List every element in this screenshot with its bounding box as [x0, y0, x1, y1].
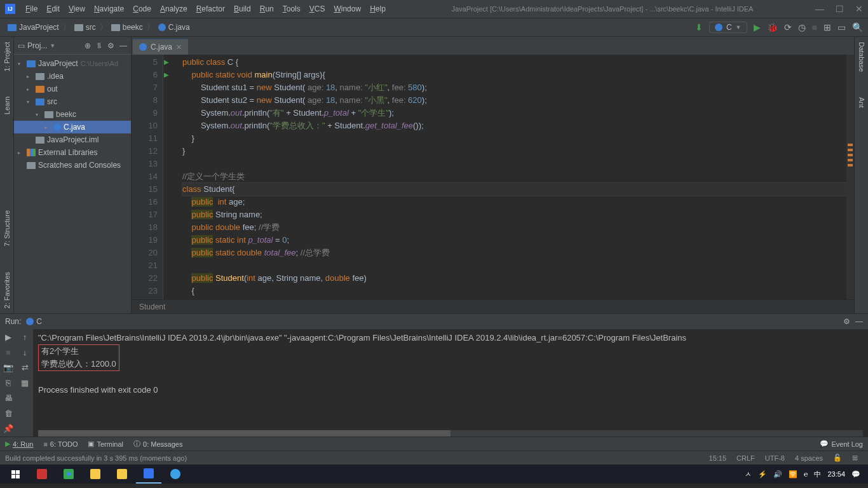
horizontal-scrollbar[interactable] — [38, 430, 863, 437]
project-pane-title[interactable]: ▭ Proj... ▼ — [18, 41, 79, 50]
tree-item[interactable]: JavaProject.iml — [14, 133, 131, 146]
menu-edit[interactable]: Edit — [43, 3, 64, 15]
error-stripe[interactable] — [846, 55, 854, 299]
close-button[interactable]: ✕ — [855, 4, 863, 14]
task-icon[interactable] — [29, 464, 55, 484]
tool-tab-learn[interactable]: Learn — [3, 97, 11, 114]
project-tree[interactable]: ▾JavaProject C:\Users\Ad▸.idea▸out▾src▾b… — [14, 55, 131, 174]
tool-tab-favorites[interactable]: 2: Favorites — [3, 272, 11, 308]
menu-window[interactable]: Window — [330, 3, 365, 15]
tree-item[interactable]: ▾beekc — [14, 108, 131, 121]
start-button[interactable] — [3, 464, 28, 484]
hide-button[interactable]: — — [855, 317, 863, 326]
hide-button[interactable]: — — [119, 41, 127, 50]
editor-tab[interactable]: C.java ✕ — [133, 38, 188, 55]
menu-tools[interactable]: Tools — [279, 3, 304, 15]
indent-info[interactable]: 4 spaces — [790, 454, 828, 462]
tree-item[interactable]: ▸out — [14, 83, 131, 95]
dump-button[interactable]: 📷 — [0, 360, 17, 375]
tray-power-icon[interactable]: ⚡ — [758, 470, 767, 478]
expand-all-icon[interactable]: ⥮ — [96, 41, 102, 50]
editor-gutter[interactable]: 5▶6▶7891011121314151617181920212223 — [132, 55, 163, 299]
tool-tab-structure[interactable]: 7: Structure — [3, 210, 11, 247]
structure-button[interactable]: ▭ — [837, 22, 846, 32]
tray-clock[interactable]: 23:54 — [827, 470, 845, 478]
scroll-from-source-icon[interactable]: ⊕ — [85, 41, 91, 50]
menu-run[interactable]: Run — [256, 3, 278, 15]
memory-indicator[interactable]: ⊞ — [847, 454, 863, 462]
menu-analyze[interactable]: Analyze — [156, 3, 191, 15]
stop-run-button[interactable]: ■ — [0, 344, 17, 360]
pin-button[interactable]: 📌 — [0, 421, 17, 436]
file-encoding[interactable]: UTF-8 — [760, 454, 790, 462]
debug-button[interactable]: 🐞 — [767, 22, 778, 32]
menu-view[interactable]: View — [65, 3, 89, 15]
profile-button[interactable]: ◷ — [798, 22, 806, 32]
breadcrumb-item[interactable]: JavaProject — [5, 23, 62, 32]
caret-position[interactable]: 15:15 — [704, 454, 732, 462]
tool-tab-ant[interactable]: Ant — [858, 97, 865, 108]
coverage-button[interactable]: ⟳ — [784, 22, 792, 32]
task-chrome[interactable] — [56, 464, 81, 484]
layout-button[interactable]: ▦ — [17, 375, 33, 390]
tray-ime[interactable]: 中 — [814, 470, 821, 479]
tree-item[interactable]: Scratches and Consoles — [14, 159, 131, 172]
tray-network-icon[interactable]: 🛜 — [789, 470, 797, 478]
maximize-button[interactable]: ☐ — [836, 4, 844, 14]
step-up-icon[interactable]: ↑ — [17, 329, 33, 344]
tab-run[interactable]: ▶ 4: Run — [5, 440, 33, 448]
wrap-toggle[interactable]: ⇄ — [17, 360, 33, 375]
search-everywhere-button[interactable]: 🔍 — [852, 22, 863, 32]
breadcrumb-item[interactable]: beekc — [109, 23, 146, 32]
menu-build[interactable]: Build — [230, 3, 255, 15]
tree-item[interactable]: ▾src — [14, 95, 131, 108]
tab-terminal[interactable]: ▣ Terminal — [88, 440, 123, 448]
run-console[interactable]: "C:\Program Files\JetBrains\IntelliJ IDE… — [33, 329, 868, 437]
build-button[interactable]: ⬇ — [695, 22, 703, 32]
system-tray[interactable]: ㅅ ⚡ 🔊 🛜 ℮ 中 23:54 💬 — [745, 470, 865, 479]
tab-eventlog[interactable]: 💬 Event Log — [820, 440, 863, 448]
menu-file[interactable]: File — [22, 3, 41, 15]
tool-tab-project[interactable]: 1: Project — [3, 42, 11, 71]
gear-icon[interactable]: ⚙ — [843, 317, 850, 326]
editor-body[interactable]: 5▶6▶7891011121314151617181920212223 publ… — [132, 55, 854, 299]
tray-volume-icon[interactable]: 🔊 — [773, 470, 782, 478]
tray-notifications-icon[interactable]: 💬 — [851, 470, 860, 478]
line-separator[interactable]: CRLF — [731, 454, 760, 462]
breadcrumb-item[interactable]: C.java — [156, 23, 193, 32]
editor-breadcrumb[interactable]: Student — [132, 299, 854, 313]
update-button[interactable]: ⊞ — [824, 22, 831, 32]
stop-button[interactable]: ■ — [812, 22, 817, 32]
step-down-icon[interactable]: ↓ — [17, 344, 33, 360]
rerun-button[interactable]: ▶ — [0, 329, 17, 344]
breadcrumb-item[interactable]: src — [72, 23, 98, 32]
editor-code[interactable]: public class C { public static void main… — [163, 55, 846, 299]
close-tab-icon[interactable]: ✕ — [176, 43, 182, 51]
tree-item[interactable]: ▾JavaProject C:\Users\Ad — [14, 57, 131, 70]
tray-app-icon[interactable]: ℮ — [804, 470, 808, 478]
gear-icon[interactable]: ⚙ — [107, 41, 114, 50]
tree-item[interactable]: ▸C.java — [14, 121, 131, 133]
task-explorer[interactable] — [83, 464, 108, 484]
trash-button[interactable]: 🗑 — [0, 405, 17, 421]
menu-help[interactable]: Help — [366, 3, 390, 15]
print-button[interactable]: 🖶 — [0, 390, 17, 405]
run-button[interactable]: ▶ — [754, 22, 761, 32]
tray-chevron-icon[interactable]: ㅅ — [745, 470, 752, 479]
task-explorer2[interactable] — [109, 464, 135, 484]
minimize-button[interactable]: — — [815, 4, 824, 14]
tree-item[interactable]: ▸.idea — [14, 70, 131, 83]
lock-icon[interactable]: 🔓 — [828, 454, 847, 462]
menu-code[interactable]: Code — [129, 3, 155, 15]
tab-messages[interactable]: ⓘ 0: Messages — [133, 439, 182, 449]
task-app[interactable] — [163, 464, 188, 484]
run-pane-config[interactable]: C — [26, 317, 42, 326]
tab-todo[interactable]: ≡ 6: TODO — [43, 440, 78, 448]
run-config-selector[interactable]: C ▼ — [709, 22, 747, 33]
tree-item[interactable]: ▸External Libraries — [14, 146, 131, 159]
menu-refactor[interactable]: Refactor — [193, 3, 229, 15]
task-intellij[interactable] — [136, 464, 161, 484]
tool-tab-database[interactable]: Database — [858, 42, 865, 72]
menu-vcs[interactable]: VCS — [306, 3, 329, 15]
menu-navigate[interactable]: Navigate — [90, 3, 128, 15]
